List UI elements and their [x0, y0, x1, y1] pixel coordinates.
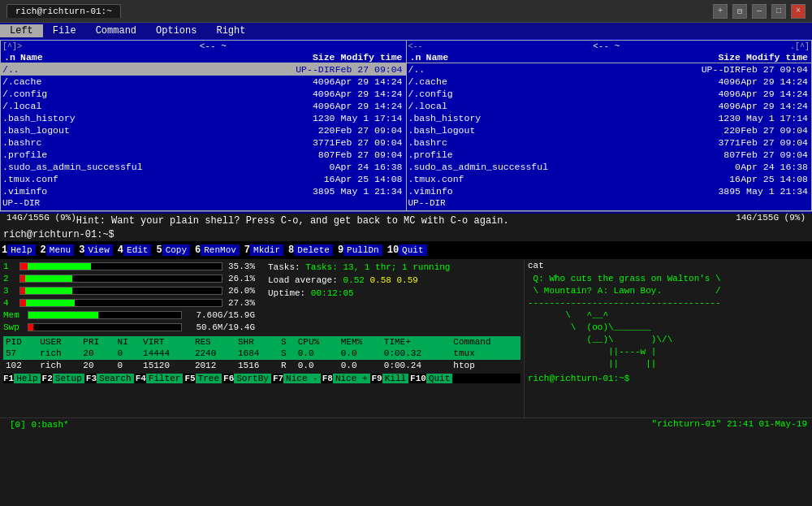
menu-options[interactable]: Options: [146, 24, 206, 37]
cpu-label: 1: [3, 261, 19, 272]
left-panel-row[interactable]: .bash_logout220Feb 27 09:04: [1, 124, 406, 136]
process-row[interactable]: 57 rich 20 0 14444 2240 1684 S 0.0 0.0 0…: [3, 348, 520, 360]
right-panel-row[interactable]: .bash_history1230May 1 17:14: [407, 112, 812, 124]
htop-fkey-help[interactable]: F1Help: [3, 374, 41, 383]
process-row[interactable]: 102 rich 20 0 15120 2012 1516 R 0.0 0.0 …: [3, 360, 520, 372]
left-panel-row[interactable]: /.cache4096Apr 29 14:24: [1, 76, 406, 88]
right-panel-row[interactable]: .bash_logout220Feb 27 09:04: [407, 124, 812, 136]
cat-pane: cat Q: Who cuts the grass on Walton's \ …: [524, 259, 812, 417]
left-panel-status: UP--DIR: [1, 197, 406, 210]
terminal-tab[interactable]: rich@richturn-01:~: [6, 4, 121, 18]
left-panel-row[interactable]: .viminfo3895May 1 21:34: [1, 185, 406, 197]
fkey-label: Copy: [162, 244, 190, 256]
left-panel-row[interactable]: /..UP--DIRFeb 27 09:04: [1, 63, 406, 76]
htop-fkey-sortby[interactable]: F6SortBy: [223, 374, 271, 383]
proc-ni: 0: [115, 348, 140, 360]
right-col-name: Name: [425, 52, 697, 63]
proc-ni: 0: [115, 360, 140, 372]
mc-fkey-help[interactable]: 1Help: [0, 242, 37, 258]
cpu-percent: 26.0%: [222, 285, 255, 296]
status-text: "richturn-01" 21:41 01-May-19: [652, 419, 807, 430]
cpu-percent: 35.3%: [222, 261, 255, 272]
right-panel-corner: .[^]: [790, 42, 810, 51]
left-panel-row[interactable]: .tmux.conf16Apr 25 14:08: [1, 173, 406, 185]
fkey-label: RenMov: [201, 244, 240, 256]
left-panel-row[interactable]: /.local4096Apr 29 14:24: [1, 100, 406, 112]
cpu-bar-fill: [20, 275, 72, 282]
split-button[interactable]: ⊟: [732, 4, 747, 19]
left-col-modify: Modify time: [335, 52, 404, 63]
mc-fkey-copy[interactable]: 5Copy: [154, 242, 192, 258]
cpu-bar-3: 3 26.0%: [3, 285, 255, 296]
htop-fkey-num: F9: [372, 374, 382, 383]
swp-bar-fill: [28, 324, 33, 331]
left-panel-row[interactable]: /.config4096Apr 29 14:24: [1, 88, 406, 100]
mc-fkey-delete[interactable]: 8Delete: [287, 242, 335, 258]
left-panel-row[interactable]: .profile807Feb 27 09:04: [1, 149, 406, 161]
htop-fkey-quit[interactable]: F10Quit: [410, 374, 452, 383]
fkey-label: Edit: [123, 244, 151, 256]
left-panel-row[interactable]: .sudo_as_admin_successful0Apr 24 16:38: [1, 161, 406, 173]
right-panel-row[interactable]: /.cache4096Apr 29 14:24: [407, 76, 812, 88]
htop-fkey-search[interactable]: F3Search: [86, 374, 134, 383]
cpu-bar-container: [19, 287, 222, 295]
right-panel-row[interactable]: .viminfo3895May 1 21:34: [407, 185, 812, 197]
swp-bar: [28, 323, 182, 331]
menu-file[interactable]: File: [43, 24, 86, 37]
mc-fkey-renmov[interactable]: 6RenMov: [193, 242, 241, 258]
right-panel-row[interactable]: /..UP--DIRFeb 27 09:04: [407, 63, 812, 76]
left-panel-row[interactable]: .bashrc3771Feb 27 09:04: [1, 136, 406, 149]
mc-menubar: Left File Command Options Right: [0, 23, 812, 40]
mem-bar-fill: [28, 312, 98, 318]
fkey-label: PullDn: [343, 244, 382, 256]
mc-fkey-view[interactable]: 3View: [77, 242, 114, 258]
htop-fkey-nice-+[interactable]: F8Nice +: [322, 374, 370, 383]
hint-line: Hint: Want your plain shell? Press C-o, …: [0, 214, 812, 228]
htop-fkey-bar: F1HelpF2SetupF3SearchF4FilterF5TreeF6Sor…: [3, 374, 520, 383]
mc-fkey-pulldn[interactable]: 9PullDn: [336, 242, 384, 258]
left-col-n: .n: [2, 52, 19, 63]
cpu-label: 4: [3, 297, 19, 309]
col-res: RES: [192, 336, 235, 348]
mc-fkey-quit[interactable]: 10Quit: [386, 242, 429, 258]
mc-fkey-menu[interactable]: 2Menu: [39, 242, 76, 258]
new-tab-button[interactable]: +: [713, 4, 728, 19]
right-panel-col-header: .n Name Size Modify time: [407, 52, 812, 63]
htop-fkey-num: F6: [223, 374, 234, 383]
menu-command[interactable]: Command: [86, 24, 146, 37]
menu-right[interactable]: Right: [206, 24, 255, 37]
right-panel-row[interactable]: .tmux.conf16Apr 25 14:08: [407, 173, 812, 185]
mc-fkey-mkdir[interactable]: 7Mkdir: [243, 242, 285, 258]
htop-fkey-kill[interactable]: F9Kill: [372, 374, 409, 383]
right-panel-row[interactable]: .profile807Feb 27 09:04: [407, 149, 812, 161]
right-panel-row[interactable]: /.config4096Apr 29 14:24: [407, 88, 812, 100]
proc-res: 2240: [192, 348, 235, 360]
fkey-label: View: [84, 244, 112, 256]
right-panel-row[interactable]: .bashrc3771Feb 27 09:04: [407, 136, 812, 149]
fkey-num: 5: [156, 244, 162, 256]
htop-fkey-filter[interactable]: F4Filter: [136, 374, 184, 383]
htop-fkey-nice--[interactable]: F7Nice -: [273, 374, 321, 383]
cpu-bar-red: [20, 263, 28, 270]
fkey-num: 10: [387, 244, 399, 256]
mc-fkey-bar: 1Help2Menu3View4Edit5Copy6RenMov7Mkdir8D…: [0, 241, 812, 259]
right-panel-row[interactable]: /.local4096Apr 29 14:24: [407, 100, 812, 112]
proc-mem: 0.0: [339, 360, 382, 372]
proc-cpu: 0.0: [296, 360, 339, 372]
htop-fkey-num: F3: [86, 374, 97, 383]
close-button[interactable]: ×: [791, 4, 806, 19]
htop-fkey-tree[interactable]: F5Tree: [184, 374, 222, 383]
htop-fkey-setup[interactable]: F2Setup: [42, 374, 84, 383]
right-panel-rows: /..UP--DIRFeb 27 09:04/.cache4096Apr 29 …: [407, 63, 812, 197]
menu-left[interactable]: Left: [0, 24, 43, 37]
right-panel-row[interactable]: .sudo_as_admin_successful0Apr 24 16:38: [407, 161, 812, 173]
left-panel-row[interactable]: .bash_history1230May 1 17:14: [1, 112, 406, 124]
htop-fkey-label: Tree: [196, 374, 222, 383]
file-panels: [^]> <-- ~ .n Name Size Modify time /..U…: [0, 40, 812, 211]
fkey-num: 3: [79, 244, 84, 256]
tasks-line: Tasks: Tasks: 13, 1 thr; 1 running: [268, 261, 450, 274]
fkey-label: Help: [7, 244, 35, 256]
mc-fkey-edit[interactable]: 4Edit: [116, 242, 153, 258]
maximize-button[interactable]: □: [771, 4, 786, 19]
minimize-button[interactable]: —: [752, 4, 767, 19]
